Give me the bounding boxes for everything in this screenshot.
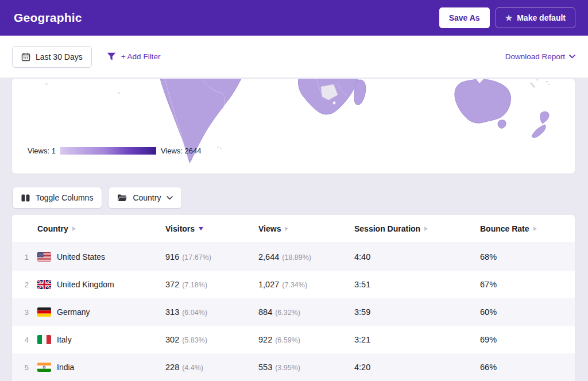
session-duration-value: 3:51 (354, 280, 370, 289)
session-duration-value: 3:59 (354, 307, 370, 317)
calendar-icon (21, 52, 30, 61)
make-default-button[interactable]: ★ Make default (496, 7, 575, 28)
column-header-session-duration[interactable]: Session Duration (354, 224, 480, 233)
views-value: 884 (258, 307, 272, 317)
legend-gradient-bar (60, 147, 156, 155)
geographic-map-card: Views: 1 Views: 2644 (12, 79, 575, 174)
visitors-value: 302 (165, 335, 179, 344)
country-name: United States (57, 252, 105, 261)
visitors-value: 313 (165, 307, 179, 317)
row-rank: 5 (12, 363, 37, 372)
add-filter-label: + Add Filter (121, 52, 161, 61)
table-row[interactable]: 1 (12, 243, 575, 271)
flag-united-kingdom-icon (37, 280, 51, 289)
column-header-country[interactable]: Country (37, 224, 165, 233)
views-value: 922 (258, 335, 272, 344)
visitors-value: 372 (165, 280, 179, 289)
visitors-percent: (7.18%) (182, 281, 207, 289)
legend-min-label: Views: 1 (28, 147, 56, 155)
sort-arrow-icon (72, 226, 76, 231)
table-header-row: Country Visitors Views Session Duration … (12, 215, 575, 243)
map-australia (455, 79, 511, 123)
visitors-percent: (6.04%) (182, 309, 207, 317)
visitors-value: 916 (165, 252, 179, 261)
views-percent: (6.32%) (275, 309, 300, 317)
table-row[interactable]: 5 India 228(4.4%) 553(3.95%) 4:20 66% (12, 353, 575, 381)
row-rank: 3 (12, 308, 37, 317)
chevron-down-icon (167, 196, 173, 200)
table-row[interactable]: 3 Germany 313(6.04%) 884(6.32%) 3:59 60% (12, 298, 575, 326)
sort-arrow-icon (285, 226, 288, 231)
map-madagascar (354, 80, 366, 105)
toggle-columns-button[interactable]: Toggle Columns (12, 187, 102, 209)
views-percent: (7.34%) (282, 281, 307, 289)
page-title: Geographic (14, 11, 82, 25)
bounce-rate-value: 66% (480, 363, 497, 372)
dimension-dropdown[interactable]: Country (108, 187, 182, 209)
make-default-label: Make default (517, 13, 566, 22)
download-report-label: Download Report (505, 52, 565, 61)
column-header-views[interactable]: Views (258, 224, 354, 233)
views-percent: (18.89%) (282, 253, 311, 261)
views-value: 1,027 (258, 280, 279, 289)
map-nz-south (532, 125, 546, 137)
visitors-percent: (4.4%) (182, 364, 203, 372)
columns-icon (21, 194, 30, 202)
views-value: 2,644 (258, 252, 279, 261)
bounce-rate-value: 60% (480, 307, 497, 317)
map-tasmania (498, 120, 506, 128)
column-header-visitors[interactable]: Visitors (165, 224, 258, 233)
views-percent: (6.59%) (275, 336, 300, 344)
page-header: Geographic Save As ★ Make default (0, 0, 588, 36)
country-name: Italy (57, 335, 72, 344)
map-views-legend: Views: 1 Views: 2644 (28, 147, 202, 155)
row-rank: 4 (12, 336, 37, 344)
flag-united-states-icon (37, 252, 51, 261)
visitors-percent: (5.83%) (182, 336, 207, 344)
views-percent: (3.95%) (275, 364, 300, 372)
session-duration-value: 3:21 (354, 335, 370, 344)
sort-desc-icon (199, 227, 203, 230)
world-map[interactable] (12, 79, 575, 174)
map-nz-north (540, 111, 549, 124)
bounce-rate-value: 69% (480, 335, 497, 344)
table-row[interactable]: 2 United Kingdom 372(7.18%) 1,027(7 (12, 271, 575, 298)
visitors-percent: (17.67%) (182, 253, 211, 261)
geographic-table: Country Visitors Views Session Duration … (12, 215, 575, 381)
save-as-button[interactable]: Save As (439, 7, 490, 28)
filter-funnel-icon (107, 52, 116, 61)
report-toolbar: Last 30 Days + Add Filter Download Repor… (0, 36, 588, 78)
row-rank: 2 (12, 280, 37, 289)
table-row[interactable]: 4 Italy 302(5.83%) 922(6.59%) 3:21 69% (12, 326, 575, 353)
dimension-label: Country (133, 193, 161, 202)
flag-india-icon (37, 363, 51, 372)
star-icon: ★ (505, 14, 513, 22)
chevron-down-icon (569, 55, 575, 59)
folder-icon (117, 194, 127, 202)
flag-italy-icon (37, 335, 51, 344)
visitors-value: 228 (165, 363, 179, 372)
legend-max-label: Views: 2644 (161, 147, 202, 155)
views-value: 553 (258, 363, 272, 372)
column-header-bounce-rate[interactable]: Bounce Rate (480, 224, 575, 233)
date-range-label: Last 30 Days (36, 52, 83, 61)
sort-arrow-icon (533, 226, 537, 231)
session-duration-value: 4:40 (354, 252, 370, 261)
country-name: India (57, 363, 74, 372)
session-duration-value: 4:20 (354, 363, 370, 372)
date-range-button[interactable]: Last 30 Days (12, 46, 92, 68)
bounce-rate-value: 67% (480, 280, 497, 289)
flag-germany-icon (37, 307, 51, 317)
add-filter-button[interactable]: + Add Filter (107, 52, 161, 61)
country-name: Germany (57, 307, 90, 317)
table-controls: Toggle Columns Country (12, 187, 575, 209)
bounce-rate-value: 68% (480, 252, 497, 261)
row-rank: 1 (12, 253, 37, 261)
sort-arrow-icon (424, 226, 428, 231)
download-report-dropdown[interactable]: Download Report (505, 52, 575, 61)
country-name: United Kingdom (57, 280, 114, 289)
toggle-columns-label: Toggle Columns (36, 193, 93, 202)
